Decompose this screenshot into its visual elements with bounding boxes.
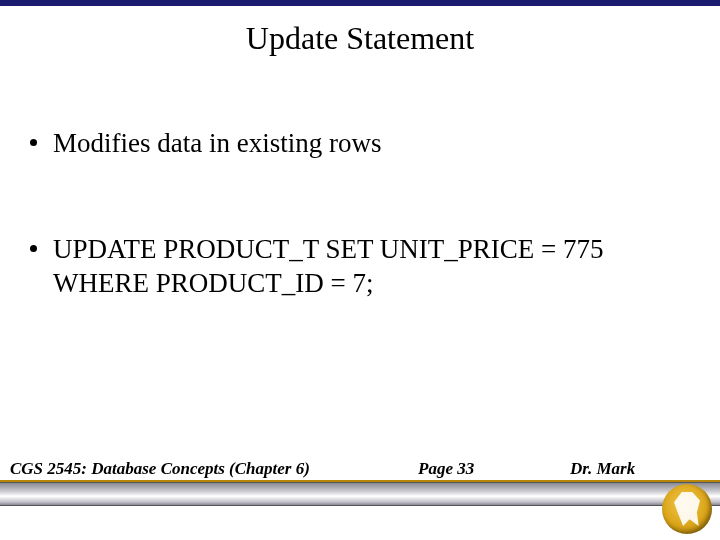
slide-body: Modifies data in existing rows UPDATE PR…	[0, 127, 720, 300]
footer-author: Dr. Mark	[570, 459, 635, 479]
slide-title: Update Statement	[0, 20, 720, 57]
footer-page: Page 33	[418, 459, 474, 479]
bullet-item: Modifies data in existing rows	[30, 127, 690, 161]
footer-course: CGS 2545: Database Concepts (Chapter 6)	[10, 459, 310, 479]
bullet-text: UPDATE PRODUCT_T SET UNIT_PRICE = 775 WH…	[53, 233, 690, 301]
pegasus-silhouette-icon	[674, 492, 700, 526]
footer: CGS 2545: Database Concepts (Chapter 6) …	[0, 480, 720, 540]
footer-text-row: CGS 2545: Database Concepts (Chapter 6) …	[0, 457, 720, 481]
bullet-item: UPDATE PRODUCT_T SET UNIT_PRICE = 775 WH…	[30, 233, 690, 301]
bullet-text: Modifies data in existing rows	[53, 127, 381, 161]
top-accent-bar	[0, 0, 720, 6]
bullet-dot-icon	[30, 139, 37, 146]
pegasus-icon	[662, 484, 712, 534]
bullet-dot-icon	[30, 245, 37, 252]
footer-bottom-pad	[0, 506, 720, 540]
ucf-logo	[662, 484, 712, 534]
footer-gradient-bar: CGS 2545: Database Concepts (Chapter 6) …	[0, 482, 720, 506]
